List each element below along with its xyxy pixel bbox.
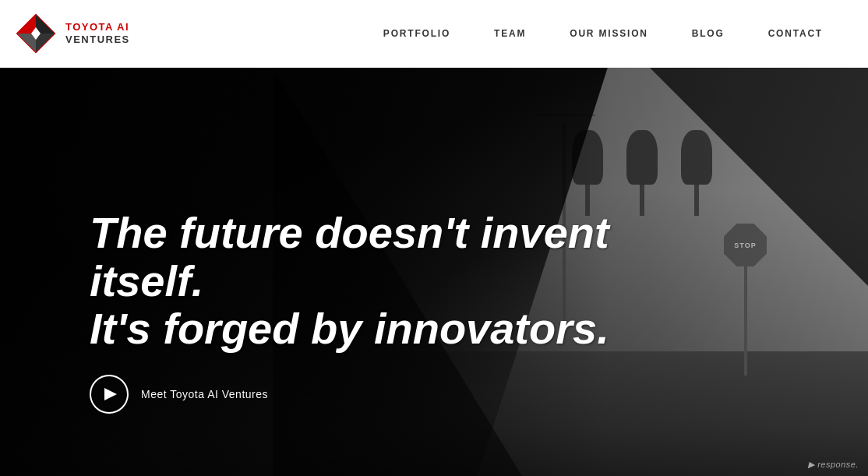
hero-cta: Meet Toyota AI Ventures: [90, 375, 609, 414]
nav-our-mission[interactable]: OUR MISSION: [548, 28, 669, 39]
logo-diamond-icon: [16, 13, 56, 54]
logo[interactable]: TOYOTA AI VENTURES: [16, 13, 130, 54]
svg-marker-2: [36, 33, 55, 52]
nav-blog[interactable]: BLOG: [670, 28, 746, 39]
brand-name-bottom: VENTURES: [65, 33, 130, 46]
hero-section: STOP The future doesn't invent itself. I…: [0, 68, 868, 476]
watermark: ▶ response.: [808, 460, 859, 470]
headline-line1: The future doesn't invent: [90, 208, 609, 257]
nav-contact[interactable]: CONTACT: [746, 28, 845, 39]
play-icon: [104, 388, 117, 400]
brand-name-top: TOYOTA AI: [65, 21, 130, 33]
hero-headline: The future doesn't invent itself. It's f…: [90, 209, 609, 353]
site-header: TOYOTA AI VENTURES PORTFOLIO TEAM OUR MI…: [0, 0, 868, 68]
main-nav: PORTFOLIO TEAM OUR MISSION BLOG CONTACT: [362, 28, 845, 39]
cta-label: Meet Toyota AI Ventures: [141, 388, 268, 400]
svg-marker-4: [17, 33, 36, 52]
logo-text: TOYOTA AI VENTURES: [65, 21, 130, 45]
nav-team[interactable]: TEAM: [472, 28, 548, 39]
headline-line2: itself.: [90, 256, 203, 305]
svg-marker-1: [17, 15, 36, 33]
headline-line3: It's forged by innovators.: [90, 304, 609, 353]
hero-content: The future doesn't invent itself. It's f…: [90, 209, 609, 414]
watermark-text: ▶ response.: [808, 460, 859, 469]
svg-marker-3: [36, 15, 55, 33]
triangle-top: [650, 68, 868, 286]
play-video-button[interactable]: [90, 375, 129, 414]
nav-portfolio[interactable]: PORTFOLIO: [362, 28, 472, 39]
